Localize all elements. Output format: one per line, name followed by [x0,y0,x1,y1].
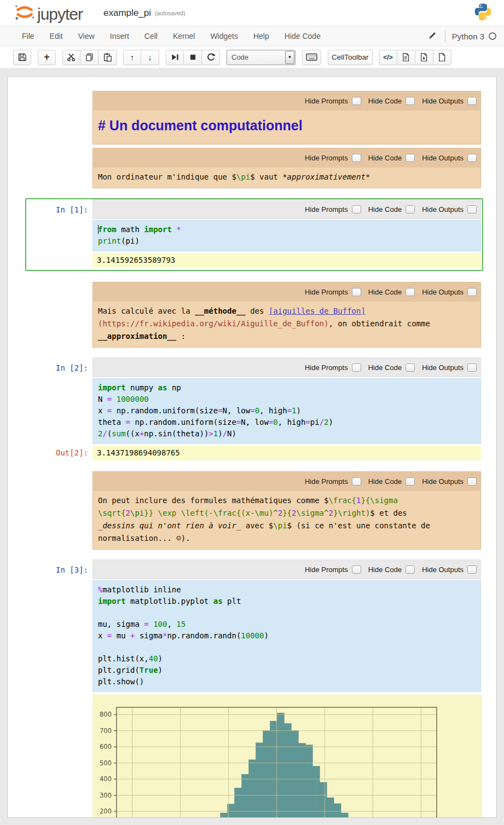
source-line: Mon ordinateur m'indique que $\pi$ vaut … [98,171,477,183]
hide-prompts-checkbox[interactable] [352,97,361,105]
source-line: mu, sigma = 100, 15 [98,619,477,630]
toolbar-group: + [38,50,56,65]
doc-text-button[interactable] [397,50,415,65]
toolbar-group [13,50,31,65]
run-cell-button[interactable] [166,50,184,65]
edit-mode-pencil-icon[interactable] [428,31,437,42]
move-cell-down-button[interactable]: ↓ [141,50,159,65]
menu-insert[interactable]: Insert [102,32,137,41]
hide-outputs-checkbox[interactable] [467,566,477,574]
cut-cell-button[interactable] [62,50,80,65]
cell-output-text: 3.141592653589793 [92,253,481,268]
hide-prompts-checkbox[interactable] [352,154,361,162]
hide-prompts-checkbox[interactable] [352,566,361,574]
hide-prompts-checkbox[interactable] [352,205,361,214]
source-line: _dessins qui n'ont rien à voir_ avec $\p… [98,520,477,532]
hide-outputs-checkbox[interactable] [467,288,477,296]
hide-code-checkbox[interactable] [405,477,415,486]
menu-edit[interactable]: Edit [42,32,71,41]
cell-toolbar: Hide PromptsHide CodeHide Outputs [92,559,481,579]
menu-file[interactable]: File [14,32,42,41]
source-line: 2/(sum((x+np.sin(theta))>1)/N) [98,428,477,440]
restart-kernel-button[interactable] [202,50,220,65]
code-editor[interactable]: import numpy as npN = 1000000x = np.rand… [92,378,481,444]
code-cell: In [2]:Hide PromptsHide CodeHide Outputs… [8,357,496,460]
hide-code-label: Hide Code [368,154,402,162]
hide-outputs-checkbox[interactable] [467,205,477,214]
hide-prompts-checkbox[interactable] [352,364,361,372]
code-view-button[interactable]: </> [379,50,397,65]
hide-outputs-label: Hide Outputs [422,364,464,372]
menu-kernel[interactable]: Kernel [165,32,202,41]
hide-outputs-label: Hide Outputs [422,566,464,574]
prompt-column: In [3]: [8,559,92,692]
hide-outputs-checkbox[interactable] [467,97,477,105]
hide-prompts-label: Hide Prompts [305,566,348,574]
markdown-cell: Hide PromptsHide CodeHide Outputs# Un do… [8,91,496,145]
toolbar-group [302,50,321,65]
toolbar-group: </> [379,50,451,65]
celltoolbar-button[interactable]: CellToolbar [328,50,373,65]
hide-code-checkbox[interactable] [405,205,415,214]
add-cell-icon: + [44,51,50,63]
source-line: (https://fr.wikipedia.org/wiki/Aiguille_… [98,318,477,330]
hide-outputs-checkbox[interactable] [467,364,477,372]
run-cell-icon [170,53,179,62]
menu-help[interactable]: Help [246,32,277,41]
cell-toolbar: Hide PromptsHide CodeHide Outputs [92,357,481,377]
code-view-icon: </> [383,54,392,61]
hide-code-checkbox[interactable] [405,154,415,162]
jupyter-logo-text: jupyter [37,5,83,24]
hide-code-checkbox[interactable] [405,566,415,574]
move-cell-up-button[interactable]: ↑ [123,50,141,65]
hide-outputs-checkbox[interactable] [467,477,477,486]
paste-cell-button[interactable] [99,50,117,65]
hide-code-label: Hide Code [368,97,402,105]
hide-prompts-checkbox[interactable] [352,288,361,296]
input-prompt: In [3]: [56,566,88,574]
toolbar-right: CellToolbar</> [302,50,458,65]
svg-text:300: 300 [100,792,112,799]
menu-cell[interactable]: Cell [137,32,165,41]
doc-pdf-button[interactable] [415,50,433,65]
hide-code-checkbox[interactable] [405,97,415,105]
doc-text-icon [401,53,410,62]
prompt-column [8,148,92,188]
markdown-source[interactable]: Mon ordinateur m'indique que $\pi$ vaut … [92,168,481,188]
keyboard-button[interactable] [302,50,321,65]
code-editor[interactable]: %matplotlib inlineimport matplotlib.pypl… [92,580,481,692]
hide-code-checkbox[interactable] [405,288,415,296]
code-editor[interactable]: from math import *print(pi) [92,220,481,251]
cell-toolbar: Hide PromptsHide CodeHide Outputs [92,282,481,302]
markdown-source[interactable]: # Un document computationnel [92,111,481,145]
doc-blank-button[interactable] [433,50,451,65]
source-line: __approximation__ : [98,330,477,343]
notebook-title[interactable]: example_pi [103,8,151,19]
save-button[interactable] [13,50,31,65]
chevron-down-icon: ▼ [285,51,294,64]
cell-type-value: Code [227,53,285,61]
menu-view[interactable]: View [71,32,102,41]
copy-cell-button[interactable] [80,50,99,65]
copy-cell-icon [85,53,94,62]
hide-code-checkbox[interactable] [405,364,415,372]
cell-type-select[interactable]: Code ▼ [227,50,296,65]
source-line: \sqrt{2\pi}} \exp \left(-\frac{(x-\mu)^2… [98,507,477,520]
python-logo-icon [474,3,492,21]
hide-outputs-checkbox[interactable] [467,154,477,162]
notebook-container: Hide PromptsHide CodeHide Outputs# Un do… [7,76,497,818]
menu-hide-code[interactable]: Hide Code [277,32,328,41]
hide-code-label: Hide Code [368,288,402,296]
add-cell-button[interactable]: + [38,50,56,65]
source-line: import matplotlib.pyplot as plt [98,596,477,607]
jupyter-logo-icon [13,3,36,24]
hide-code-label: Hide Code [368,477,402,486]
code-cell: In [1]:Hide PromptsHide CodeHide Outputs… [25,198,483,271]
stop-kernel-button[interactable] [184,50,202,65]
doc-pdf-icon [419,53,428,62]
jupyter-logo[interactable]: jupyter [13,3,83,24]
hide-prompts-checkbox[interactable] [352,477,361,486]
markdown-source[interactable]: Mais calculé avec la __méthode__ des [ai… [92,302,481,348]
menu-widgets[interactable]: Widgets [202,32,246,41]
markdown-source[interactable]: On peut inclure des formules mathématiqu… [92,491,481,550]
